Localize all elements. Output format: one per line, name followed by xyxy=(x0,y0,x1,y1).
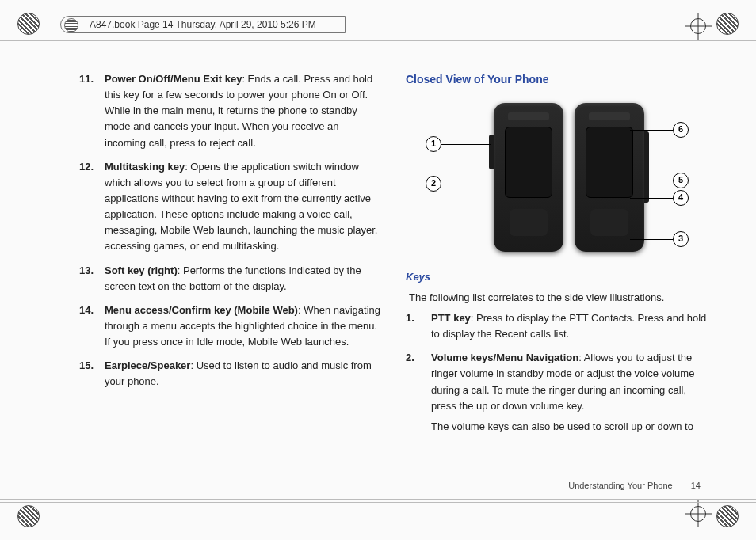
page-content: 11. Power On/Off/Menu Exit key: Ends a c… xyxy=(79,71,708,492)
list-item: 15. Earpiece/Speaker: Used to listen to … xyxy=(79,358,382,390)
callout-2: 2 xyxy=(426,176,441,192)
footer-label: Understanding Your Phone xyxy=(568,481,673,490)
callout-lead xyxy=(441,184,491,184)
callout-3: 3 xyxy=(673,231,689,247)
page-footer: Understanding Your Phone 14 xyxy=(568,479,701,492)
callout-lead xyxy=(630,239,673,240)
page-header: A847.book Page 14 Thursday, April 29, 20… xyxy=(60,16,346,33)
crop-ornament-icon xyxy=(17,13,40,35)
crop-ornament-icon xyxy=(716,505,739,527)
left-column: 11. Power On/Off/Menu Exit key: Ends a c… xyxy=(79,71,382,492)
phone-left-side-icon xyxy=(494,103,563,252)
item-term: PTT key xyxy=(431,312,471,324)
registration-mark-icon xyxy=(685,13,712,40)
key-definitions-left: 11. Power On/Off/Menu Exit key: Ends a c… xyxy=(79,71,382,390)
key-definitions-right: 1. PTT key: Press to display the PTT Con… xyxy=(406,310,708,435)
item-term: Earpiece/Speaker xyxy=(105,359,190,371)
list-item: 12. Multitasking key: Opens the applicat… xyxy=(79,159,382,255)
item-term: Volume keys/Menu Navigation xyxy=(431,352,578,363)
item-number: 2. xyxy=(406,350,414,366)
callout-lead xyxy=(630,181,673,181)
item-term: Power On/Off/Menu Exit key xyxy=(105,73,242,85)
phone-right-side-icon xyxy=(575,103,644,252)
callout-lead xyxy=(441,144,491,145)
callout-5: 5 xyxy=(673,173,689,188)
header-text: A847.book Page 14 Thursday, April 29, 20… xyxy=(90,19,316,30)
item-number: 13. xyxy=(79,263,94,279)
intro-text: The following list correlates to the sid… xyxy=(409,290,708,306)
list-item: 2. Volume keys/Menu Navigation: Allows y… xyxy=(406,350,708,435)
item-term: Multitasking key xyxy=(105,161,185,173)
item-number: 1. xyxy=(406,310,414,326)
item-term: Menu access/Confirm key (Mobile Web) xyxy=(105,304,298,316)
item-desc-cont: The volume keys can also be used to scro… xyxy=(431,419,708,435)
list-item: 11. Power On/Off/Menu Exit key: Ends a c… xyxy=(79,71,382,151)
section-title: Closed View of Your Phone xyxy=(406,71,708,89)
item-number: 12. xyxy=(79,159,94,175)
crop-rule xyxy=(0,40,756,41)
crop-ornament-icon xyxy=(17,505,40,527)
item-term: Soft key (right) xyxy=(105,264,178,276)
page-number: 14 xyxy=(691,481,701,490)
right-column: Closed View of Your Phone 1 2 6 5 4 3 Ke… xyxy=(406,71,708,492)
item-number: 14. xyxy=(79,302,94,318)
callout-lead xyxy=(630,130,673,131)
item-desc: : Press to display the PTT Contacts. Pre… xyxy=(431,312,706,340)
crop-ornament-icon xyxy=(716,13,739,35)
list-item: 1. PTT key: Press to display the PTT Con… xyxy=(406,310,708,342)
list-item: 13. Soft key (right): Performs the funct… xyxy=(79,263,382,295)
crop-rule xyxy=(0,499,756,500)
callout-4: 4 xyxy=(673,190,689,206)
phone-closed-view-figure: 1 2 6 5 4 3 xyxy=(422,97,692,263)
callout-lead xyxy=(630,198,673,199)
item-number: 11. xyxy=(79,71,94,87)
item-number: 15. xyxy=(79,358,94,374)
list-item: 14. Menu access/Confirm key (Mobile Web)… xyxy=(79,302,382,350)
callout-6: 6 xyxy=(673,122,689,138)
callout-1: 1 xyxy=(426,136,441,152)
subsection-title: Keys xyxy=(406,269,708,285)
item-desc: : Opens the application switch window wh… xyxy=(105,161,377,253)
registration-mark-icon xyxy=(685,500,712,527)
